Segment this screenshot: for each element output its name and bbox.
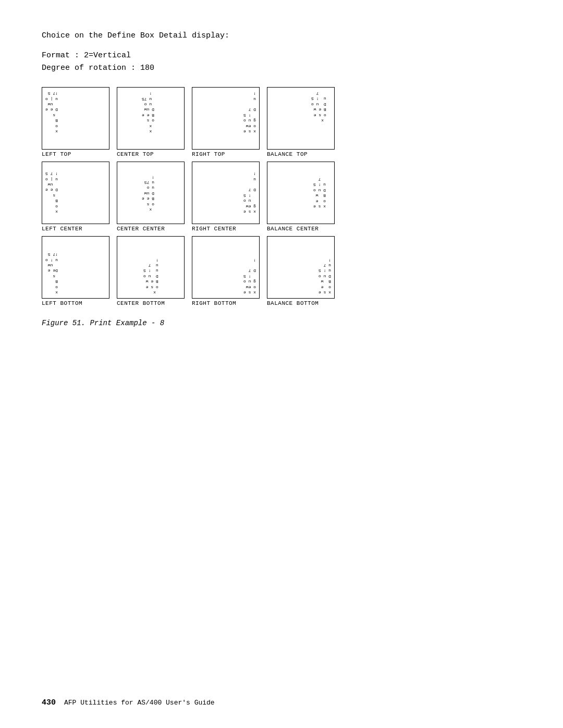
box-left-center: x o B s D e e uw u | o ! 7 S LEFT CENTER xyxy=(42,162,109,232)
box-frame-right-center: x s e g ew u o ! S D 7 u ! xyxy=(192,162,260,224)
box-left-bottom: x o B s De e uw u ! o !7 S LEFT BOTTOM xyxy=(42,236,109,306)
rotated-text-center-top: x x o s B e e D uw u o u 7S ! xyxy=(142,91,160,134)
rotated-text-left-top: x o B s D e e uw u | o !7 S xyxy=(45,91,58,134)
box-content-center-bottom: x o s e B e w D u o u ! S u 7 ! xyxy=(117,237,184,298)
box-left-top: x o B s D e e uw u | o !7 S LEFT TOP xyxy=(42,87,109,157)
box-right-top: x s e o ew g u o ! S D 7 u ! RIGHT TOP xyxy=(192,87,260,157)
box-balance-top: x o s e B e w D u o u ! S 7 BALANCE TOP xyxy=(267,87,335,157)
label-balance-top: BALANCE TOP xyxy=(267,151,308,157)
box-content-left-top: x o B s D e e uw u | o !7 S xyxy=(42,88,109,149)
box-frame-right-top: x s e o ew g u o ! S D 7 u ! xyxy=(192,87,260,150)
format-line1: Format : 2=Vertical xyxy=(42,50,521,62)
figure-caption: Figure 51. Print Example - 8 xyxy=(42,319,521,327)
box-frame-balance-bottom: x s e o e B w D u o u ! S u 7 ! xyxy=(267,236,335,299)
boxes-grid: x o B s D e e uw u | o !7 S LEFT TOP x x… xyxy=(42,87,521,306)
box-content-right-top: x s e o ew g u o ! S D 7 u ! xyxy=(192,88,259,149)
box-content-balance-center: x s e o e B w D u o u ! S 7 xyxy=(267,162,334,224)
rotated-text-left-bottom: x o B s De e uw u ! o !7 S xyxy=(45,252,58,295)
rotated-text-balance-bottom: x s e o e B w D u o u ! S u 7 ! xyxy=(319,257,331,295)
rotated-text-left-center: x o B s D e e uw u | o ! 7 S xyxy=(45,171,58,214)
box-content-center-top: x x o s B e e D uw u o u 7S ! xyxy=(117,88,184,149)
box-frame-balance-top: x o s e B e w D u o u ! S 7 xyxy=(267,87,335,150)
box-frame-center-top: x x o s B e e D uw u o u 7S ! xyxy=(117,87,185,150)
label-right-center: RIGHT CENTER xyxy=(192,226,236,232)
box-frame-left-bottom: x o B s De e uw u ! o !7 S xyxy=(42,236,109,299)
rotated-text-balance-top: x o s e B e w D u o u ! S 7 xyxy=(311,91,331,123)
box-right-bottom: x s e o ew g u o ! S D 7 ! RIGHT BOTTOM xyxy=(192,236,260,306)
box-frame-left-center: x o B s D e e uw u | o ! 7 S xyxy=(42,162,109,224)
rotated-text-right-bottom: x s e o ew g u o ! S D 7 ! xyxy=(243,257,256,295)
box-center-center: x o s B e e D uw u o u 7S ! CENTER CENTE… xyxy=(117,162,185,232)
box-content-right-center: x s e g ew u o ! S D 7 u ! xyxy=(192,162,259,224)
page-footer: 430 AFP Utilities for AS/400 User's Guid… xyxy=(42,698,521,707)
box-frame-left-top: x o B s D e e uw u | o !7 S xyxy=(42,87,109,150)
label-left-bottom: LEFT BOTTOM xyxy=(42,300,82,306)
box-balance-bottom: x s e o e B w D u o u ! S u 7 ! BALANCE … xyxy=(267,236,335,306)
label-left-top: LEFT TOP xyxy=(42,151,71,157)
intro-text: Choice on the Define Box Detail display: xyxy=(42,31,521,40)
footer-text: AFP Utilities for AS/400 User's Guide xyxy=(64,699,215,707)
format-info: Format : 2=Vertical Degree of rotation :… xyxy=(42,50,521,75)
page-number: 430 xyxy=(42,698,56,707)
box-frame-center-center: x o s B e e D uw u o u 7S ! xyxy=(117,162,185,224)
format-line2: Degree of rotation : 180 xyxy=(42,62,521,75)
box-frame-right-bottom: x s e o ew g u o ! S D 7 ! xyxy=(192,236,260,299)
label-right-top: RIGHT TOP xyxy=(192,151,225,157)
box-content-left-bottom: x o B s De e uw u ! o !7 S xyxy=(42,237,109,298)
box-right-center: x s e g ew u o ! S D 7 u ! RIGHT CENTER xyxy=(192,162,260,232)
page-content: Choice on the Define Box Detail display:… xyxy=(0,0,563,385)
box-frame-center-bottom: x o s e B e w D u o u ! S u 7 ! xyxy=(117,236,185,299)
rotated-text-balance-center: x s e o e B w D u o u ! S 7 xyxy=(313,177,331,209)
label-balance-center: BALANCE CENTER xyxy=(267,226,319,232)
label-left-center: LEFT CENTER xyxy=(42,226,82,232)
label-balance-bottom: BALANCE BOTTOM xyxy=(267,300,319,306)
label-right-bottom: RIGHT BOTTOM xyxy=(192,300,236,306)
box-balance-center: x s e o e B w D u o u ! S 7 BALANCE CENT… xyxy=(267,162,335,232)
rotated-text-right-top: x s e o ew g u o ! S D 7 u ! xyxy=(243,91,256,134)
box-content-balance-bottom: x s e o e B w D u o u ! S u 7 ! xyxy=(267,237,334,298)
box-center-bottom: x o s e B e w D u o u ! S u 7 ! CENTER B… xyxy=(117,236,185,306)
box-content-left-center: x o B s D e e uw u | o ! 7 S xyxy=(42,162,109,224)
box-content-center-center: x o s B e e D uw u o u 7S ! xyxy=(117,162,184,224)
box-frame-balance-center: x s e o e B w D u o u ! S 7 xyxy=(267,162,335,224)
rotated-text-center-center: x o s B e e D uw u o u 7S ! xyxy=(142,174,160,212)
box-content-right-bottom: x s e o ew g u o ! S D 7 ! xyxy=(192,237,259,298)
label-center-top: CENTER TOP xyxy=(117,151,154,157)
rotated-text-right-center: x s e g ew u o ! S D 7 u ! xyxy=(243,171,256,214)
label-center-bottom: CENTER BOTTOM xyxy=(117,300,165,306)
label-center-center: CENTER CENTER xyxy=(117,226,165,232)
rotated-text-center-bottom: x o s e B e w D u o u ! S u 7 ! xyxy=(143,257,158,295)
box-content-balance-top: x o s e B e w D u o u ! S 7 xyxy=(267,88,334,149)
box-center-top: x x o s B e e D uw u o u 7S ! CENTER TOP xyxy=(117,87,185,157)
